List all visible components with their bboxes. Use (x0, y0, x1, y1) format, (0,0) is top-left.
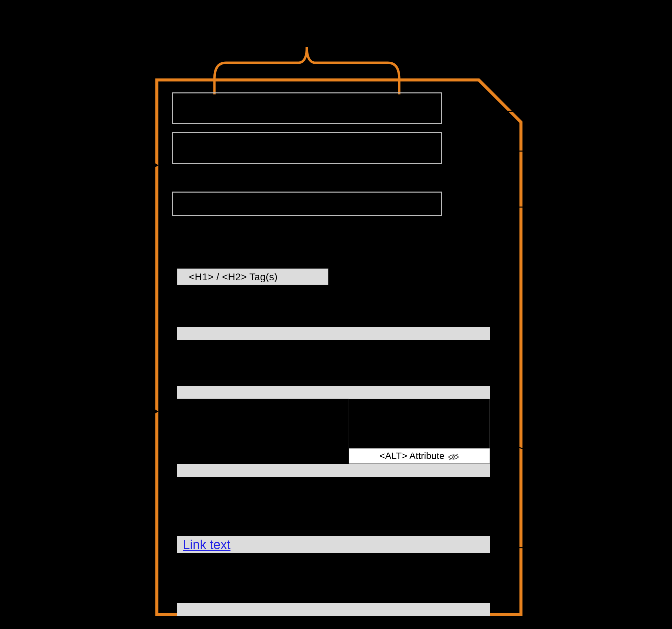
body-text-bar (177, 386, 490, 399)
alt-attribute-label: <ALT> Attribute (380, 450, 445, 461)
diagram-canvas: <HEAD> Meta Title Meta Description Meta … (0, 0, 672, 629)
annotation-description: Description (539, 142, 661, 156)
meta-title-label: Meta Title (173, 93, 441, 123)
hidden-eye-icon (448, 452, 459, 460)
meta-description-label: Meta Description (173, 133, 441, 163)
body-text-bar (177, 464, 490, 477)
image-placeholder (349, 399, 490, 448)
annotation-head: <HEAD> (24, 155, 138, 170)
annotation-title: <TITLE> (539, 102, 661, 116)
annotation-a-href: <A HREF> (539, 538, 661, 553)
meta-title-box: Meta Title (172, 92, 442, 124)
annotation-img: <IMG> (539, 448, 661, 463)
meta-keywords-label: Meta Keywords (173, 192, 441, 215)
arrow-right-icon (135, 408, 159, 415)
arrow-left-icon (492, 544, 539, 551)
svg-marker-5 (155, 410, 159, 414)
head-section-label: <HEAD> (219, 30, 394, 45)
arrow-right-icon (135, 162, 159, 169)
svg-marker-9 (445, 149, 449, 153)
arrow-left-icon (445, 204, 536, 210)
link-text-bar: Link text (177, 536, 490, 553)
svg-marker-3 (155, 163, 159, 167)
image-block: <ALT> Attribute (349, 399, 490, 464)
svg-marker-13 (492, 436, 498, 441)
svg-marker-7 (445, 109, 449, 113)
alt-attribute-row: <ALT> Attribute (349, 448, 490, 464)
svg-line-12 (496, 439, 539, 455)
svg-marker-11 (445, 205, 449, 209)
meta-keywords-box: Meta Keywords (172, 191, 442, 216)
annotation-keywords: Keywords (539, 197, 661, 212)
link-text[interactable]: Link text (183, 538, 231, 552)
arrow-left-icon (445, 108, 536, 115)
body-text-bar (177, 327, 490, 340)
body-text-bar (177, 603, 490, 616)
svg-marker-15 (492, 546, 496, 550)
h1-h2-tag-box: <H1> / <H2> Tag(s) (177, 269, 329, 285)
arrow-diagonal-icon (492, 435, 539, 459)
arrow-left-icon (445, 148, 536, 155)
annotation-body: <BODY> (24, 401, 138, 416)
meta-description-box: Meta Description (172, 132, 442, 164)
